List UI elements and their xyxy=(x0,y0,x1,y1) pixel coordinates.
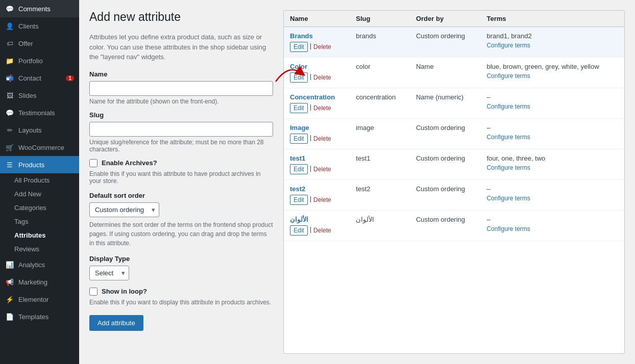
attr-name-link[interactable]: test1 xyxy=(290,154,344,162)
attr-name-link[interactable]: Image xyxy=(290,124,344,132)
table-row: test1Edit | Deletetest1Custom orderingfo… xyxy=(284,149,624,180)
sidebar-item-contact[interactable]: 📬 Contact 1 xyxy=(0,69,79,87)
terms-text: blue, brown, green, grey, white, yellow xyxy=(486,63,599,70)
delete-button[interactable]: Delete xyxy=(313,42,331,52)
name-input[interactable] xyxy=(89,81,273,96)
attr-name-link[interactable]: Color xyxy=(290,63,344,70)
edit-button[interactable]: Edit xyxy=(290,42,308,52)
attr-slug-cell: concentration xyxy=(350,88,410,119)
edit-button[interactable]: Edit xyxy=(290,103,308,113)
products-icon: ☰ xyxy=(5,160,14,169)
edit-button[interactable]: Edit xyxy=(290,225,308,236)
attr-name-cell: ColorEdit | Delete xyxy=(284,58,350,88)
testimonials-icon: 💬 xyxy=(5,108,14,117)
attr-order-cell: Custom ordering xyxy=(410,211,480,241)
configure-terms-link[interactable]: Configure terms xyxy=(486,164,618,171)
sidebar-item-comments[interactable]: 💬 Comments xyxy=(0,0,79,17)
sidebar-item-layouts[interactable]: ✏ Layouts xyxy=(0,121,79,139)
display-type-select[interactable]: Select Text Image Color Button xyxy=(89,266,129,280)
attr-order-cell: Custom ordering xyxy=(410,149,480,180)
analytics-icon: 📊 xyxy=(5,260,14,269)
show-in-loop-checkbox[interactable] xyxy=(89,288,97,296)
edit-button[interactable]: Edit xyxy=(290,134,308,144)
sidebar-sub-item-reviews[interactable]: Reviews xyxy=(0,242,79,256)
attr-name-link[interactable]: Concentration xyxy=(290,93,344,101)
terms-text: – xyxy=(486,93,490,101)
attr-slug-cell: color xyxy=(350,58,410,88)
clients-icon: 👤 xyxy=(5,21,14,31)
configure-terms-link[interactable]: Configure terms xyxy=(486,103,618,110)
attr-slug-cell: image xyxy=(350,119,410,149)
attr-terms-cell: blue, brown, green, grey, white, yellowC… xyxy=(480,58,624,88)
row-actions: Edit | Delete xyxy=(290,164,344,174)
sidebar-item-marketing[interactable]: 📢 Marketing xyxy=(0,273,79,291)
sidebar-item-slides[interactable]: 🖼 Slides xyxy=(0,87,79,104)
attr-name-link[interactable]: الألوان xyxy=(290,216,344,223)
sidebar-label-woocommerce: WooCommerce xyxy=(18,144,64,151)
slug-hint: Unique slug/reference for the attribute;… xyxy=(89,139,273,153)
attr-name-link[interactable]: Brands xyxy=(290,32,344,40)
attr-terms-cell: brand1, brand2Configure terms xyxy=(480,27,624,58)
sidebar-sub-item-all-products[interactable]: All Products xyxy=(0,173,79,187)
add-attribute-button[interactable]: Add attribute xyxy=(89,315,143,331)
show-in-loop-row: Show in loop? xyxy=(89,288,273,296)
sidebar-sub-item-add-new[interactable]: Add New xyxy=(0,187,79,201)
configure-terms-link[interactable]: Configure terms xyxy=(486,72,618,80)
sidebar-item-woocommerce[interactable]: 🛒 WooCommerce xyxy=(0,139,79,156)
delete-button[interactable]: Delete xyxy=(313,103,331,113)
attributes-table-panel: Name Slug Order by Terms BrandsEdit | De… xyxy=(283,10,625,354)
delete-button[interactable]: Delete xyxy=(313,225,331,236)
attr-order-cell: Name xyxy=(410,58,480,88)
display-type-wrapper: Select Text Image Color Button xyxy=(89,266,129,280)
delete-button[interactable]: Delete xyxy=(313,72,331,83)
configure-terms-link[interactable]: Configure terms xyxy=(486,225,618,232)
row-actions: Edit | Delete xyxy=(290,72,344,83)
action-separator: | xyxy=(310,72,311,83)
configure-terms-link[interactable]: Configure terms xyxy=(486,134,618,141)
sidebar-label-contact: Contact xyxy=(18,74,41,82)
row-actions: Edit | Delete xyxy=(290,103,344,113)
attr-order-cell: Name (numeric) xyxy=(410,88,480,119)
terms-text: – xyxy=(486,185,490,193)
sidebar-item-testimonials[interactable]: 💬 Testimonials xyxy=(0,104,79,121)
sidebar-item-analytics[interactable]: 📊 Analytics xyxy=(0,256,79,273)
edit-button[interactable]: Edit xyxy=(290,72,308,83)
sidebar-item-portfolio[interactable]: 📁 Portfolio xyxy=(0,52,79,69)
slug-field-label: Slug xyxy=(89,111,273,119)
sort-order-wrapper: Custom ordering Name Name (numeric) Term… xyxy=(89,202,159,217)
attr-slug-cell: test1 xyxy=(350,149,410,180)
sidebar-sub-item-attributes[interactable]: Attributes xyxy=(0,228,79,242)
reviews-label: Reviews xyxy=(14,245,39,253)
sort-order-select[interactable]: Custom ordering Name Name (numeric) Term… xyxy=(89,202,159,217)
col-slug: Slug xyxy=(350,11,410,27)
attr-slug-cell: الألوان xyxy=(350,211,410,241)
enable-archives-checkbox[interactable] xyxy=(89,159,97,167)
enable-archives-row: Enable Archives? xyxy=(89,159,273,167)
attr-slug-cell: test2 xyxy=(350,180,410,211)
delete-button[interactable]: Delete xyxy=(313,195,331,205)
edit-button[interactable]: Edit xyxy=(290,195,308,205)
delete-button[interactable]: Delete xyxy=(313,164,331,174)
sidebar-item-clients[interactable]: 👤 Clients xyxy=(0,17,79,35)
table-row: ImageEdit | DeleteimageCustom ordering–C… xyxy=(284,119,624,149)
edit-button[interactable]: Edit xyxy=(290,164,308,174)
sidebar-item-products[interactable]: ☰ Products xyxy=(0,156,79,173)
action-separator: | xyxy=(310,164,311,174)
attr-terms-cell: four, one, three, twoConfigure terms xyxy=(480,149,624,180)
templates-icon: 📄 xyxy=(5,312,14,321)
attr-name-cell: BrandsEdit | Delete xyxy=(284,27,350,58)
sidebar-item-elementor[interactable]: ⚡ Elementor xyxy=(0,291,79,308)
delete-button[interactable]: Delete xyxy=(313,134,331,144)
sidebar-item-offer[interactable]: 🏷 Offer xyxy=(0,35,79,52)
attr-name-link[interactable]: test2 xyxy=(290,185,344,193)
sidebar-sub-item-categories[interactable]: Categories xyxy=(0,201,79,215)
slug-input[interactable] xyxy=(89,122,273,137)
sidebar-item-templates[interactable]: 📄 Templates xyxy=(0,308,79,325)
col-order-by: Order by xyxy=(410,11,480,27)
attr-terms-cell: –Configure terms xyxy=(480,180,624,211)
categories-label: Categories xyxy=(14,204,46,212)
configure-terms-link[interactable]: Configure terms xyxy=(486,42,618,49)
configure-terms-link[interactable]: Configure terms xyxy=(486,195,618,202)
offer-icon: 🏷 xyxy=(5,39,14,48)
sidebar-sub-item-tags[interactable]: Tags xyxy=(0,215,79,228)
